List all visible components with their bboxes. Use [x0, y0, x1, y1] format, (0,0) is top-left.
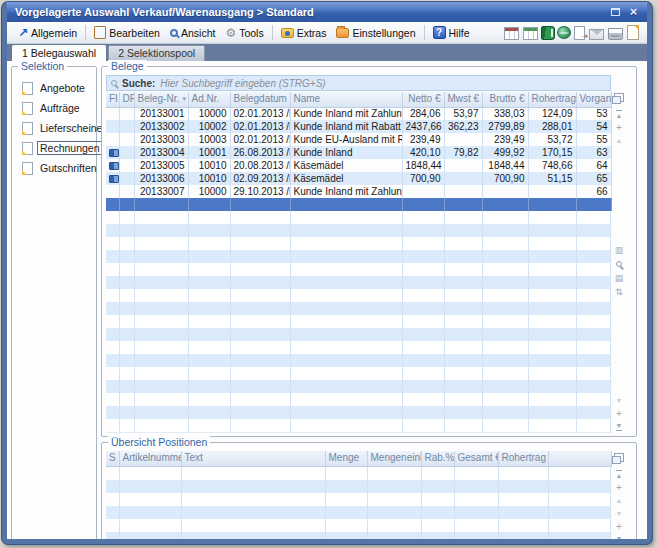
col-text[interactable]: Text — [181, 451, 325, 466]
table-row[interactable]: 20133005 10010 20.08.2013 /Di Käsemädel … — [106, 159, 611, 172]
table-row[interactable]: 20133001 10000 02.01.2013 /Mi Kunde Inla… — [106, 107, 611, 120]
header-row: S Artikelnummer Text Menge Mengeneinheit… — [106, 451, 611, 466]
col-mwst[interactable]: Mwst € — [444, 92, 482, 107]
col-rohertrag[interactable]: Rohertrag € — [528, 92, 576, 107]
restore-button[interactable] — [608, 6, 623, 19]
table-row[interactable]: 20133002 10002 02.01.2013 /Mi Kunde Inla… — [106, 120, 611, 133]
col-rabatt[interactable]: Rab.% — [421, 451, 454, 466]
document-icon — [22, 82, 33, 95]
cell-belegnr: 20133004 — [134, 146, 188, 159]
nav-last-icon[interactable] — [616, 533, 623, 544]
column-chooser-icon[interactable] — [614, 453, 624, 462]
document-export-icon[interactable] — [574, 26, 585, 40]
search-input[interactable] — [160, 78, 606, 89]
mail-icon[interactable] — [589, 29, 604, 40]
cell-datum: 20.08.2013 /Di — [230, 159, 290, 172]
sort-rows-icon[interactable] — [615, 285, 623, 299]
selected-new-row[interactable] — [106, 198, 611, 211]
zoom-row-icon[interactable] — [616, 261, 622, 267]
menu-extras[interactable]: Extras — [276, 25, 332, 41]
col-brutto[interactable]: Brutto € — [482, 92, 528, 107]
column-chooser-icon[interactable] — [614, 93, 624, 102]
cell-brutto: 700,90 — [482, 172, 528, 185]
new-document-icon[interactable] — [627, 25, 639, 40]
nav-insert-up-icon[interactable] — [616, 121, 622, 134]
search-label: Suche: — [122, 78, 155, 89]
cell-adnr: 10001 — [188, 146, 230, 159]
col-name[interactable]: Name — [290, 92, 402, 107]
cell-mwst — [444, 185, 482, 198]
col-vorgang[interactable]: Vorgang — [576, 92, 611, 107]
sidebar-item-rechnungen[interactable]: Rechnungen — [22, 141, 92, 155]
title-bar[interactable]: Vorgelagerte Auswahl Verkauf/Warenausgan… — [7, 2, 647, 22]
close-button[interactable] — [626, 6, 641, 19]
col-belegnr[interactable]: Beleg-Nr.▼ — [134, 92, 188, 107]
sidebar-item-gutschriften[interactable]: Gutschriften — [22, 161, 92, 175]
cell-brutto — [482, 185, 528, 198]
detail-view-icon[interactable] — [615, 271, 624, 285]
col-dr[interactable]: DR — [119, 92, 134, 107]
col-belegdatum[interactable]: Belegdatum — [230, 92, 290, 107]
right-column: Belege Suche: FI DR Beleg-Nr.▼ Ad.Nr. — [101, 66, 637, 544]
search-bar[interactable]: Suche: — [106, 75, 611, 91]
menu-ansicht[interactable]: Ansicht — [165, 25, 220, 41]
card-view-icon[interactable] — [615, 243, 624, 257]
nav-first-icon[interactable] — [616, 108, 623, 121]
nav-prev-icon[interactable] — [616, 134, 623, 147]
col-adnr[interactable]: Ad.Nr. — [188, 92, 230, 107]
nav-insert-up-icon[interactable] — [616, 481, 622, 494]
cell-adnr: 10000 — [188, 185, 230, 198]
col-fi[interactable]: FI — [106, 92, 119, 107]
table-row[interactable]: 20133007 10000 29.10.2013 /Di Kunde Inla… — [106, 185, 611, 198]
menu-einstellungen[interactable]: Einstellungen — [331, 25, 420, 41]
document-icon — [22, 162, 33, 175]
address-book-icon[interactable] — [541, 26, 555, 40]
menu-hilfe[interactable]: Hilfe — [428, 24, 475, 41]
sidebar-item-auftraege[interactable]: Aufträge — [22, 101, 92, 115]
col-gesamt[interactable]: Gesamt € — [454, 451, 498, 466]
document-icon — [22, 102, 33, 115]
cell-mwst — [444, 172, 482, 185]
tab-belegauswahl[interactable]: 1 Belegauswahl — [12, 45, 106, 61]
cell-fi — [106, 133, 119, 146]
menu-allgemein[interactable]: Allgemein — [13, 24, 82, 42]
nav-insert-down-icon[interactable] — [616, 407, 622, 420]
col-mengeneinheit[interactable]: Mengeneinheit — [367, 451, 421, 466]
search-icon — [111, 80, 117, 86]
cell-vorgang: 64 — [576, 159, 611, 172]
col-s[interactable]: S — [106, 451, 119, 466]
cell-netto: 239,49 — [402, 133, 444, 146]
sidebar-item-lieferscheine[interactable]: Lieferscheine — [22, 121, 92, 135]
window-title: Vorgelagerte Auswahl Verkauf/Warenausgan… — [15, 6, 605, 18]
cell-fi — [106, 172, 119, 185]
col-rohertrag[interactable]: Rohertrag € — [498, 451, 548, 466]
nav-insert-down-icon[interactable] — [616, 520, 622, 533]
selektion-groupbox: Selektion Angebote Aufträge Lieferschein… — [11, 66, 97, 544]
export-table-red-icon[interactable] — [504, 27, 519, 40]
col-netto[interactable]: Netto € — [402, 92, 444, 107]
cell-name: Kunde EU-Ausland mit Rabatt — [290, 133, 402, 146]
table-row[interactable]: 20133006 10010 02.09.2013 /Mo Käsemädel … — [106, 172, 611, 185]
menu-tools[interactable]: Tools — [220, 24, 268, 42]
nav-last-icon[interactable] — [616, 420, 623, 433]
app-window: Vorgelagerte Auswahl Verkauf/Warenausgan… — [2, 2, 652, 544]
nav-first-icon[interactable] — [616, 468, 623, 481]
globe-icon[interactable] — [557, 26, 571, 39]
print-icon[interactable] — [608, 28, 623, 40]
export-table-green-icon[interactable] — [523, 27, 538, 40]
menu-bearbeiten[interactable]: Bearbeiten — [89, 24, 165, 41]
col-artikelnummer[interactable]: Artikelnummer — [119, 451, 181, 466]
cell-datum: 02.09.2013 /Mo — [230, 172, 290, 185]
cell-name: Kunde Inland — [290, 146, 402, 159]
col-menge[interactable]: Menge — [325, 451, 367, 466]
nav-next-icon[interactable] — [616, 394, 623, 407]
tab-selektionspool[interactable]: 2 Selektionspool — [108, 45, 205, 61]
table-row[interactable]: 20133004 10001 26.08.2013 /Mo Kunde Inla… — [106, 146, 611, 159]
table-row[interactable]: 20133003 10003 02.01.2013 /Mi Kunde EU-A… — [106, 133, 611, 146]
nav-prev-icon[interactable] — [616, 494, 623, 507]
cell-belegnr: 20133003 — [134, 133, 188, 146]
cell-belegnr: 20133007 — [134, 185, 188, 198]
sort-descending-icon: ▼ — [181, 96, 187, 102]
nav-next-icon[interactable] — [616, 507, 623, 520]
sidebar-item-angebote[interactable]: Angebote — [22, 81, 92, 95]
